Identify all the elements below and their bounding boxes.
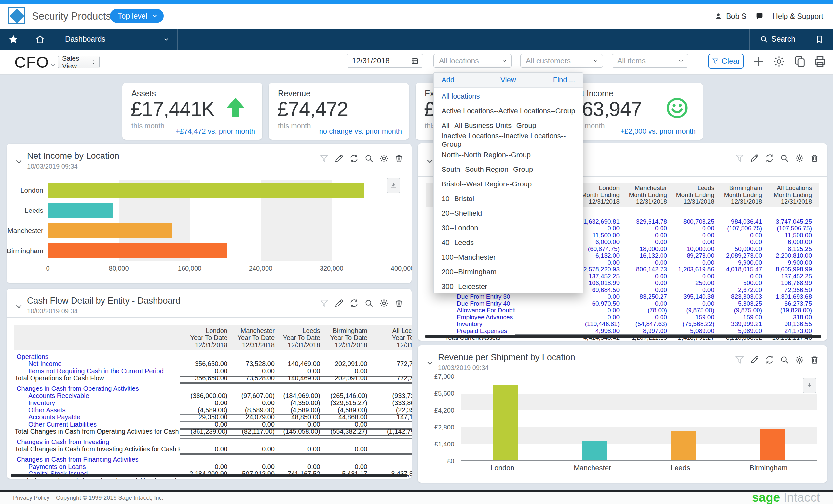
row-label[interactable]: Accounts Receivable [14,392,180,400]
cell-value[interactable]: (54,847.63) [620,320,667,328]
cell-value[interactable]: 0.00 [620,280,667,287]
cell-value[interactable]: 806,142.73 [620,266,667,273]
cell-value[interactable]: 89,273.00 [667,252,714,259]
location-option[interactable]: 200--Birmingham [434,265,583,279]
cell-value[interactable]: 0.00 [620,239,667,246]
zoom-icon[interactable] [364,298,374,308]
location-option[interactable]: North--North Region--Group [434,147,583,162]
row-label[interactable]: Net Income [14,360,180,368]
chart-download-button[interactable] [387,178,400,193]
cell-value[interactable]: 8,997.00 [620,327,667,335]
refresh-icon[interactable] [349,153,359,163]
cell-value[interactable]: 984,036.41 [714,218,762,225]
cell-value[interactable]: (9,875.00) [667,307,714,314]
cell-value[interactable]: (78.00) [620,307,667,314]
cell-value[interactable]: 159.00 [714,314,762,321]
location-option[interactable]: South--South Region--Group [434,162,583,177]
cell-value[interactable]: 4,018,015.47 [714,266,762,273]
delete-icon[interactable] [810,153,819,163]
cell-value[interactable]: 0.00 [516,307,620,314]
cell-value[interactable]: 800,703.25 [667,218,714,225]
find-location-link[interactable]: Find ... [553,76,575,84]
settings-icon[interactable] [794,355,804,365]
cell-value[interactable]: 8,125.25 [762,245,812,253]
row-label[interactable]: Other Assets [14,406,180,414]
privacy-policy-link[interactable]: Privacy Policy [13,495,49,501]
filter-icon[interactable] [319,153,329,163]
location-option[interactable]: 10--Bristol [434,191,583,206]
cell-value[interactable]: 16,132.00 [620,252,667,259]
print-button[interactable] [813,54,827,69]
cell-value[interactable]: 3,747,045.25 [762,218,812,225]
dashboard-switcher-chevron-icon[interactable] [49,62,56,69]
bar-leeds[interactable] [671,431,696,460]
refresh-icon[interactable] [765,153,775,163]
cell-value[interactable]: 4,998.00 [516,327,620,335]
location-option[interactable]: Bristol--West Region--Group [434,177,583,191]
row-label[interactable]: Inventory [426,320,516,328]
clear-filters-button[interactable]: Clear [708,54,743,69]
cell-value[interactable]: 0.00 [620,314,667,321]
cell-value[interactable]: 2,089,273.00 [714,252,762,259]
collapse-chevron-icon[interactable] [14,302,24,311]
edit-icon[interactable] [750,153,759,163]
row-label[interactable]: Other Current Liabilities [14,421,180,428]
cell-value[interactable]: (75,568.22) [667,320,714,328]
cell-value[interactable]: 318.00 [762,314,812,321]
favorites-button[interactable] [0,29,27,50]
zoom-icon[interactable] [780,153,789,163]
cell-value[interactable]: 0.00 [667,239,714,246]
cell-value[interactable]: 339,999.21 [714,320,762,328]
bar-london[interactable] [48,183,364,198]
feedback-icon[interactable] [755,12,764,21]
bar-birmingham[interactable] [48,243,227,258]
cell-value[interactable]: 159.00 [667,314,714,321]
cell-value[interactable]: 106,768.99 [762,280,812,287]
search-button[interactable]: Search [749,29,806,50]
filter-icon[interactable] [319,298,329,308]
cell-value[interactable]: 250.00 [667,280,714,287]
horizontal-scrollbar[interactable] [11,474,408,477]
cell-value[interactable]: (107,506.75) [762,225,812,232]
add-widget-button[interactable] [752,54,766,69]
row-label[interactable]: Prepaid Expenses [426,327,516,335]
cell-value[interactable]: 0.00 [667,225,714,232]
delete-icon[interactable] [394,298,404,308]
cell-value[interactable]: (19,828.00) [762,307,812,314]
cell-value[interactable]: 0.00 [714,232,762,239]
kpi-card-revenue[interactable]: Revenue £74,472 this month no change vs.… [269,83,409,140]
bar-birmingham[interactable] [760,429,785,460]
cell-value[interactable]: 10,000.00 [667,245,714,253]
cell-value[interactable]: 500.00 [714,280,762,287]
cell-value[interactable]: 9,900.00 [714,259,762,266]
cell-value[interactable]: 5,089.00 [714,327,762,335]
location-option[interactable]: 40--Leeds [434,235,583,250]
row-label[interactable]: Changes in Cash from Operating Activitie… [14,385,180,392]
row-label[interactable]: Due From Entity 40 [426,300,516,307]
cell-value[interactable]: 0.00 [667,273,714,280]
page-scrollbar[interactable] [0,490,833,492]
cell-value[interactable]: 2,200,810.00 [762,252,812,259]
cell-value[interactable]: 823,303.03 [714,293,762,300]
cell-value[interactable]: 9,900.00 [762,259,812,266]
refresh-icon[interactable] [765,355,775,365]
row-label[interactable]: Employee Advances [426,314,516,321]
zoom-icon[interactable] [364,153,374,163]
bar-manchester[interactable] [582,441,607,460]
cell-value[interactable]: 2,672.00 [714,286,762,293]
help-support-link[interactable]: Help & Support [772,12,823,21]
bookmark-button[interactable] [806,29,833,50]
kpi-card-assets[interactable]: Assets £17,441K this month +£74,472 vs. … [122,83,262,140]
cell-value[interactable]: (119,446.81) [516,320,620,328]
cell-value[interactable]: 0.00 [667,300,714,307]
settings-icon[interactable] [379,298,389,308]
row-label[interactable]: Items not Requiring Cash in the Current … [14,367,180,375]
edit-icon[interactable] [334,298,344,308]
cell-value[interactable]: 83,250.27 [620,293,667,300]
zoom-icon[interactable] [780,355,789,365]
cell-value[interactable]: 0.00 [516,314,620,321]
settings-icon[interactable] [379,153,389,163]
cell-value[interactable]: 0.00 [667,232,714,239]
kpi-card-net-income[interactable]: Net Income £63,947 this month +£2,000 vs… [563,83,703,140]
bar-london[interactable] [493,385,518,460]
